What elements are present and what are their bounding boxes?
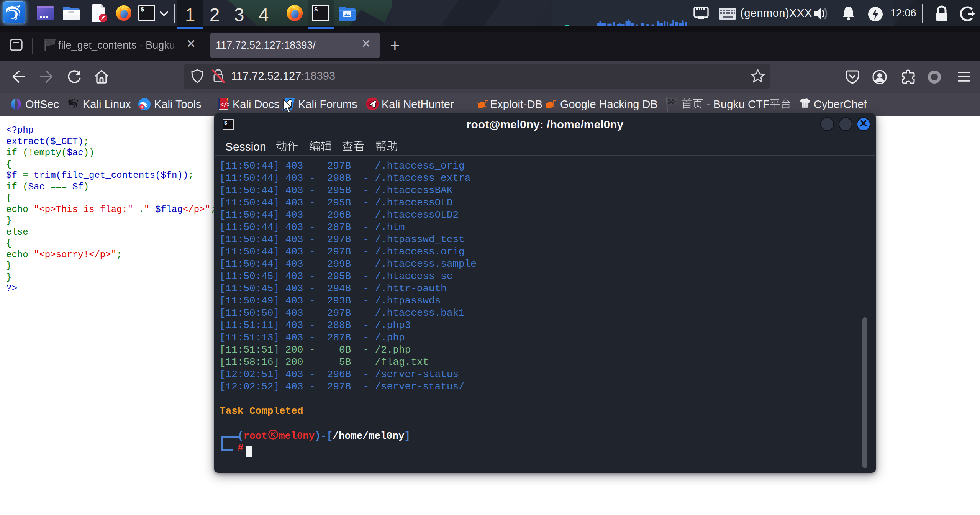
svg-text:</>: </>: [220, 102, 229, 108]
